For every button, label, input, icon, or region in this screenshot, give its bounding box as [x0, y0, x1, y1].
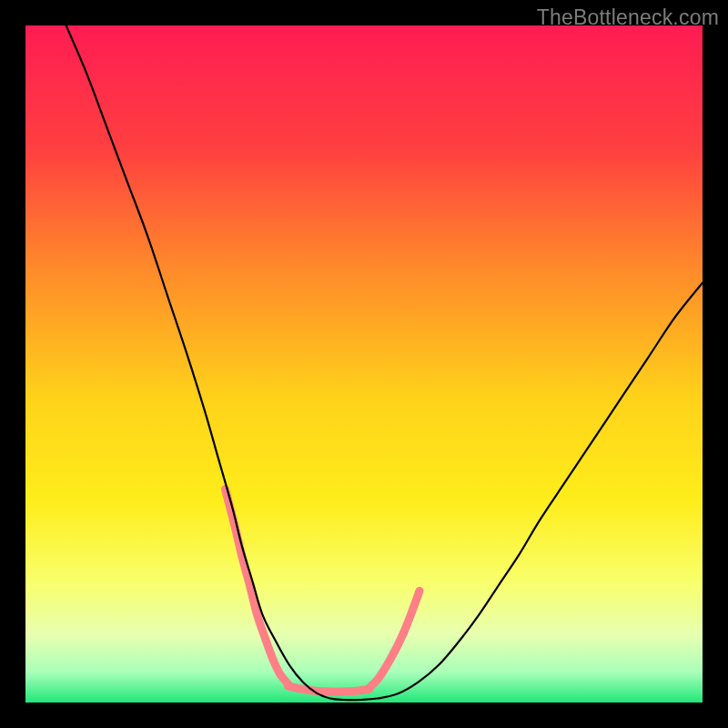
chart-frame: TheBottleneck.com [0, 0, 728, 728]
plot-area [25, 25, 703, 703]
svg-rect-0 [25, 25, 703, 703]
watermark-text: TheBottleneck.com [537, 5, 719, 30]
heat-gradient [25, 25, 703, 703]
